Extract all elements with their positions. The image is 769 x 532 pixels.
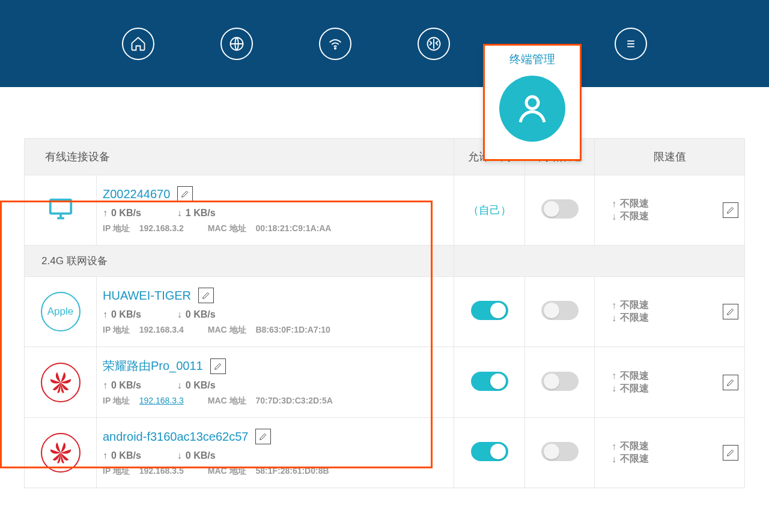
download-speed: 0 KB/s	[177, 380, 216, 391]
mac-address: MAC 地址 00:18:21:C9:1A:AA	[208, 223, 332, 234]
edit-name-button[interactable]	[198, 288, 214, 303]
ip-link[interactable]: 192.168.3.3	[139, 396, 184, 407]
edit-limit-button[interactable]	[723, 375, 738, 390]
device-name-link[interactable]: Z002244670	[103, 187, 170, 201]
device-name-link[interactable]: android-f3160ac13ce62c57	[103, 430, 248, 444]
nav-internet-icon[interactable]	[220, 28, 253, 60]
mac-address: MAC 地址 B8:63:0F:1D:A7:10	[208, 325, 330, 336]
group-header-24g: 2.4G 联网设备	[25, 246, 745, 277]
mac-address: MAC 地址 58:1F:28:61:D0:8B	[208, 466, 329, 477]
svg-point-1	[335, 47, 336, 49]
content: 有线连接设备 允许上网 网络限速 限速值 Z002244670 0	[0, 87, 769, 488]
limit-toggle[interactable]	[541, 301, 579, 320]
device-table: 有线连接设备 允许上网 网络限速 限速值 Z002244670 0	[24, 138, 745, 488]
nav-terminal-tab-active[interactable]: 终端管理	[483, 44, 582, 161]
limit-down: 不限速	[612, 210, 738, 223]
limit-toggle[interactable]	[541, 199, 579, 219]
top-nav: 终端管理	[0, 0, 769, 87]
apple-icon: Apple	[41, 292, 81, 331]
nav-terminal-label: 终端管理	[509, 52, 555, 67]
limit-toggle[interactable]	[541, 372, 579, 391]
ip-address: IP 地址 192.168.3.3	[103, 396, 184, 407]
edit-limit-button[interactable]	[723, 202, 738, 218]
header-limit-value: 限速值	[595, 139, 745, 175]
device-name-link[interactable]: 荣耀路由Pro_0011	[103, 358, 203, 374]
table-row: 荣耀路由Pro_0011 0 KB/s 0 KB/s IP 地址 192.168…	[25, 347, 745, 418]
limit-up: 不限速	[612, 299, 738, 312]
limit-toggle[interactable]	[541, 442, 579, 461]
limit-down: 不限速	[612, 453, 738, 465]
download-speed: 1 KB/s	[177, 208, 216, 219]
device-name-link[interactable]: HUAWEI-TIGER	[103, 289, 191, 303]
edit-name-button[interactable]	[177, 186, 193, 202]
allow-toggle[interactable]	[471, 301, 508, 320]
table-row: Apple HUAWEI-TIGER 0 KB/s 0 KB/s IP 地址 1…	[25, 277, 745, 347]
edit-name-button[interactable]	[255, 429, 271, 444]
nav-wifi-icon[interactable]	[319, 28, 351, 60]
table-row: Z002244670 0 KB/s 1 KB/s IP 地址 192.168.3…	[25, 175, 745, 246]
ip-address: IP 地址 192.168.3.5	[103, 466, 184, 477]
ip-address: IP 地址 192.168.3.4	[103, 325, 184, 336]
upload-speed: 0 KB/s	[103, 309, 141, 320]
table-header: 有线连接设备 允许上网 网络限速 限速值	[25, 139, 745, 175]
limit-up: 不限速	[612, 198, 738, 210]
allow-toggle[interactable]	[471, 442, 508, 461]
header-device: 有线连接设备	[25, 139, 454, 175]
edit-name-button[interactable]	[210, 358, 226, 374]
monitor-icon	[44, 214, 78, 225]
svg-rect-7	[50, 200, 71, 214]
upload-speed: 0 KB/s	[103, 450, 141, 461]
ip-address: IP 地址 192.168.3.2	[103, 223, 184, 234]
mac-address: MAC 地址 70:7D:3D:C3:2D:5A	[208, 396, 333, 407]
limit-down: 不限速	[612, 382, 738, 395]
huawei-icon	[41, 363, 81, 402]
limit-up: 不限速	[612, 370, 738, 382]
nav-advanced-icon[interactable]	[418, 28, 450, 60]
upload-speed: 0 KB/s	[103, 208, 141, 219]
nav-menu-icon[interactable]	[615, 28, 647, 60]
self-label: （自己）	[468, 204, 511, 216]
table-row: android-f3160ac13ce62c57 0 KB/s 0 KB/s I…	[25, 418, 745, 488]
download-speed: 0 KB/s	[177, 450, 216, 461]
edit-limit-button[interactable]	[723, 445, 738, 461]
nav-home-icon[interactable]	[122, 28, 154, 60]
upload-speed: 0 KB/s	[103, 380, 141, 391]
allow-toggle[interactable]	[471, 372, 508, 391]
huawei-icon	[41, 433, 81, 473]
edit-limit-button[interactable]	[723, 304, 738, 319]
download-speed: 0 KB/s	[177, 309, 216, 320]
user-icon	[499, 76, 565, 142]
limit-down: 不限速	[612, 312, 738, 324]
svg-point-3	[526, 97, 538, 109]
limit-up: 不限速	[612, 440, 738, 453]
